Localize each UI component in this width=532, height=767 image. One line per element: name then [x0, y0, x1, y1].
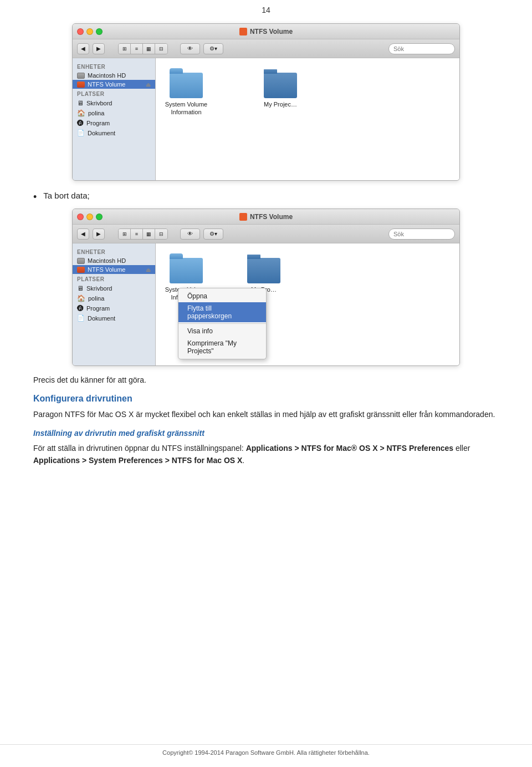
folder-system-volume-1[interactable]: System VolumeInformation	[161, 69, 211, 116]
body-paragraph: Paragon NTFS för Mac OS X är mycket flex…	[33, 408, 499, 420]
back-button[interactable]: ◀	[77, 43, 89, 54]
sidebar-skrivbord-1[interactable]: 🖥 Skrivbord	[73, 98, 155, 108]
minimize-button-2[interactable]	[86, 214, 93, 220]
instruction-text: För att ställa in drivrutinen öppnar du …	[33, 442, 499, 467]
sidebar-program-2[interactable]: 🅐 Program	[73, 303, 155, 313]
finder-window-2: NTFS Volume ◀ ▶ ⊞ ≡ ▦ ⊟ 👁 ⚙▾	[33, 209, 499, 366]
page-number: 14	[0, 0, 532, 18]
action-button[interactable]: ⚙▾	[203, 43, 223, 54]
finder-titlebar-1: NTFS Volume	[73, 24, 459, 39]
places-header-1: PLATSER	[73, 89, 155, 98]
sidebar-program-1[interactable]: 🅐 Program	[73, 118, 155, 128]
sidebar-polina-2[interactable]: 🏠 polina	[73, 293, 155, 303]
finder-window-1: NTFS Volume ◀ ▶ ⊞ ≡ ▦ ⊟ 👁 ⚙▾	[33, 23, 499, 181]
view-buttons-2: ⊞ ≡ ▦ ⊟	[118, 228, 168, 240]
folder-label-system-volume-1: System VolumeInformation	[165, 100, 207, 116]
ntfs-title-icon-2	[239, 213, 247, 221]
icon-view-btn[interactable]: ⊞	[119, 44, 131, 54]
back-button-2[interactable]: ◀	[77, 228, 89, 240]
hd-icon-2	[77, 258, 85, 264]
app-icon-2: 🅐	[77, 304, 84, 312]
instruction-bold-1: Applications > NTFS for Mac® OS X > NTFS…	[246, 444, 453, 453]
coverflow-btn-2[interactable]: ⊟	[155, 229, 167, 239]
context-menu-trash[interactable]: Flytta till papperskorgen	[178, 302, 266, 322]
finder-titlebar-2: NTFS Volume	[73, 209, 459, 225]
action-button-2[interactable]: ⚙▾	[203, 228, 223, 240]
maximize-button[interactable]	[96, 28, 103, 35]
sidebar-ntfs-volume-2[interactable]: NTFS Volume ⏏	[73, 265, 155, 274]
column-view-btn[interactable]: ▦	[143, 44, 155, 54]
finder-content-2: System VolumeInformation My Pro… Öppna	[156, 243, 459, 365]
finder-sidebar-2: ENHETER Macintosh HD NTFS Volume ⏏ PLATS…	[73, 243, 156, 365]
icon-view-btn-2[interactable]: ⊞	[119, 229, 131, 239]
column-view-btn-2[interactable]: ▦	[143, 229, 155, 239]
sidebar-ntfs-volume-1[interactable]: NTFS Volume ⏏	[73, 80, 155, 89]
sidebar-polina-1[interactable]: 🏠 polina	[73, 108, 155, 118]
eye-button[interactable]: 👁	[180, 43, 200, 54]
close-button-2[interactable]	[77, 214, 84, 220]
list-view-btn-2[interactable]: ≡	[131, 229, 143, 239]
hd-icon-1	[77, 73, 85, 79]
app-icon-1: 🅐	[77, 119, 84, 127]
forward-button-2[interactable]: ▶	[93, 228, 105, 240]
folder-icon-system-volume-2	[170, 255, 203, 283]
folder-icon-my-projects-2	[247, 255, 280, 283]
sidebar-dokument-1[interactable]: 📄 Dokument	[73, 128, 155, 138]
sidebar-skrivbord-2[interactable]: 🖥 Skrivbord	[73, 283, 155, 293]
eject-icon-2[interactable]: ⏏	[146, 267, 151, 273]
traffic-lights-2	[77, 214, 103, 220]
context-menu-info[interactable]: Visa info	[178, 325, 266, 337]
ntfs-icon-2	[77, 267, 85, 273]
devices-header-2: ENHETER	[73, 247, 155, 256]
context-menu-separator	[178, 323, 266, 324]
doc-icon-2: 📄	[77, 314, 85, 322]
home-icon-1: 🏠	[77, 109, 85, 117]
page-footer: Copyright© 1994-2014 Paragon Software Gm…	[0, 744, 532, 756]
bullet-ta-bort: • Ta bort data;	[33, 191, 499, 202]
finder-body-2: ENHETER Macintosh HD NTFS Volume ⏏ PLATS…	[73, 243, 459, 365]
instruction-prefix: För att ställa in drivrutinen öppnar du …	[33, 444, 246, 453]
eye-button-2[interactable]: 👁	[180, 228, 200, 240]
minimize-button[interactable]	[86, 28, 93, 35]
instruction-middle: eller	[453, 444, 470, 453]
view-buttons: ⊞ ≡ ▦ ⊟	[118, 43, 168, 54]
traffic-lights-1	[77, 28, 103, 35]
finder-sidebar-1: ENHETER Macintosh HD NTFS Volume ⏏ PLATS…	[73, 58, 156, 180]
finder-title-2: NTFS Volume	[239, 213, 293, 221]
sidebar-macintosh-hd-2[interactable]: Macintosh HD	[73, 256, 155, 265]
instruction-bold-2: Applications > System Preferences > NTFS…	[33, 456, 242, 465]
bullet-text: Ta bort data;	[43, 191, 89, 200]
doc-icon-1: 📄	[77, 129, 85, 136]
maximize-button-2[interactable]	[96, 214, 103, 220]
finder-content-1: System VolumeInformation My Projec…	[156, 58, 459, 180]
folder-icon-system-volume-1	[170, 69, 203, 98]
subheading-installning: Inställning av drivrutin med grafiskt gr…	[33, 429, 499, 438]
finder-title-1: NTFS Volume	[239, 28, 293, 35]
folder-my-projects-2[interactable]: My Pro… Öppna Flytta till papperskorgen …	[244, 255, 283, 293]
sidebar-macintosh-hd-1[interactable]: Macintosh HD	[73, 71, 155, 80]
close-button[interactable]	[77, 28, 84, 35]
search-input-1[interactable]	[388, 43, 455, 54]
precis-text: Precis det du känner för att göra.	[33, 374, 499, 386]
search-input-2[interactable]	[388, 228, 455, 240]
finder-toolbar-1: ◀ ▶ ⊞ ≡ ▦ ⊟ 👁 ⚙▾	[73, 39, 459, 58]
context-menu-compress[interactable]: Komprimera "My Projects"	[178, 337, 266, 357]
sidebar-dokument-2[interactable]: 📄 Dokument	[73, 313, 155, 323]
desktop-icon-1: 🖥	[77, 99, 84, 107]
ntfs-icon-1	[77, 82, 85, 88]
section-heading-konfigurera: Konfigurera drivrutinen	[33, 394, 499, 404]
finder-toolbar-2: ◀ ▶ ⊞ ≡ ▦ ⊟ 👁 ⚙▾	[73, 225, 459, 243]
list-view-btn[interactable]: ≡	[131, 44, 143, 54]
finder-body-1: ENHETER Macintosh HD NTFS Volume ⏏ PLATS…	[73, 58, 459, 180]
places-header-2: PLATSER	[73, 274, 155, 283]
home-icon-2: 🏠	[77, 294, 85, 302]
devices-header-1: ENHETER	[73, 62, 155, 71]
folder-my-projects-1[interactable]: My Projec…	[261, 69, 300, 108]
eject-icon-1[interactable]: ⏏	[146, 82, 151, 88]
desktop-icon-2: 🖥	[77, 285, 84, 292]
context-menu-open[interactable]: Öppna	[178, 290, 266, 302]
folder-icon-my-projects-1	[264, 69, 297, 98]
forward-button[interactable]: ▶	[93, 43, 105, 54]
instruction-suffix: .	[242, 456, 244, 465]
coverflow-btn[interactable]: ⊟	[155, 44, 167, 54]
